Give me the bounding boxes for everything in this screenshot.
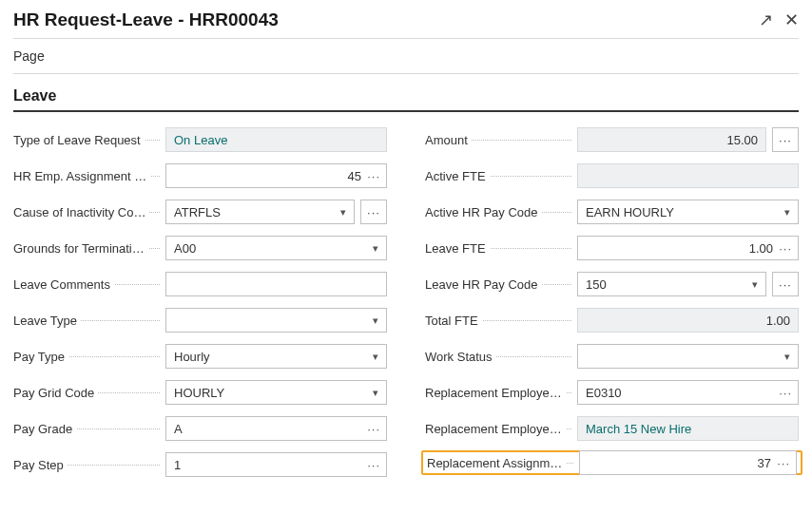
chevron-down-icon: ▾ — [784, 206, 790, 219]
row-pay-type: Pay Type Hourly ▾ — [13, 344, 387, 369]
row-grounds-termination: Grounds for Terminati… A00 ▾ — [13, 236, 387, 260]
row-type-of-leave: Type of Leave Request On Leave — [13, 127, 387, 152]
active-hr-pay-code-value: EARN HOURLY — [586, 205, 674, 219]
row-amount: Amount 15.00 ··· — [425, 127, 799, 152]
row-active-hr-pay-code: Active HR Pay Code EARN HOURLY ▾ — [425, 200, 799, 224]
total-fte-value: 1.00 — [577, 308, 799, 333]
tab-bar: Page — [0, 39, 812, 73]
label-hr-emp-assignment: HR Emp. Assignment … — [13, 169, 150, 183]
pay-grade-value: A — [174, 422, 183, 436]
leave-type-select[interactable]: ▾ — [165, 308, 387, 333]
chevron-down-icon: ▾ — [340, 206, 346, 219]
label-pay-grade: Pay Grade — [13, 422, 76, 436]
pay-step-input[interactable]: 1 ··· — [165, 452, 387, 477]
section-title: Leave — [0, 74, 812, 110]
row-total-fte: Total FTE 1.00 — [425, 308, 799, 333]
lookup-icon[interactable]: ··· — [367, 458, 380, 472]
type-of-leave-value: On Leave — [165, 127, 387, 152]
lookup-icon[interactable]: ··· — [367, 169, 380, 183]
pay-grid-code-select[interactable]: HOURLY ▾ — [165, 380, 387, 405]
leave-fte-input[interactable]: 1.00 ··· — [577, 236, 799, 260]
label-cause-inactivity: Cause of Inactivity Co… — [13, 205, 149, 219]
label-leave-hr-pay-code: Leave HR Pay Code — [425, 277, 542, 292]
label-grounds-termination: Grounds for Terminati… — [13, 241, 148, 256]
row-pay-grade: Pay Grade A ··· — [13, 416, 387, 441]
page-title: HR Request-Leave - HRR00043 — [13, 10, 279, 30]
label-replacement-employee-no: Replacement Employe… — [425, 386, 566, 400]
label-leave-type: Leave Type — [13, 314, 81, 328]
row-replacement-employee-no: Replacement Employe… E0310 ··· — [425, 380, 799, 405]
replacement-employee-name-value: March 15 New Hire — [577, 416, 799, 441]
replacement-assignment-value: 37 — [758, 456, 771, 470]
label-replacement-employee-name: Replacement Employe… — [425, 422, 566, 436]
chevron-down-icon: ▾ — [373, 387, 378, 399]
amount-value: 15.00 — [577, 127, 766, 152]
label-amount: Amount — [425, 133, 472, 147]
label-replacement-assignment: Replacement Assignm… — [427, 456, 566, 470]
leave-comments-input[interactable] — [165, 272, 387, 296]
close-icon[interactable]: ✕ — [784, 11, 799, 29]
leave-hr-pay-code-lookup-button[interactable]: ··· — [772, 272, 799, 296]
active-hr-pay-code-select[interactable]: EARN HOURLY ▾ — [577, 200, 799, 224]
pay-grade-input[interactable]: A ··· — [165, 416, 387, 441]
row-replacement-employee-name: Replacement Employe… March 15 New Hire — [425, 416, 799, 441]
header-actions: ↗ ✕ — [759, 11, 799, 29]
row-hr-emp-assignment: HR Emp. Assignment … 45 ··· — [13, 163, 387, 188]
pay-type-select[interactable]: Hourly ▾ — [165, 344, 387, 369]
pay-type-value: Hourly — [174, 350, 210, 364]
label-active-hr-pay-code: Active HR Pay Code — [425, 205, 542, 219]
form-grid: Type of Leave Request On Leave HR Emp. A… — [0, 127, 812, 477]
row-leave-fte: Leave FTE 1.00 ··· — [425, 236, 799, 260]
row-leave-type: Leave Type ▾ — [13, 308, 387, 333]
section-underline — [13, 110, 799, 112]
lookup-icon[interactable]: ··· — [779, 386, 792, 400]
leave-hr-pay-code-value: 150 — [586, 277, 607, 292]
pay-step-value: 1 — [174, 458, 181, 472]
row-cause-inactivity: Cause of Inactivity Co… ATRFLS ▾ ··· — [13, 200, 387, 224]
cause-inactivity-select[interactable]: ATRFLS ▾ — [165, 200, 355, 224]
expand-icon[interactable]: ↗ — [759, 11, 773, 29]
cause-inactivity-value: ATRFLS — [174, 205, 221, 219]
hr-emp-assignment-input[interactable]: 45 ··· — [165, 163, 387, 188]
grounds-termination-select[interactable]: A00 ▾ — [165, 236, 387, 260]
label-leave-comments: Leave Comments — [13, 277, 114, 292]
grounds-termination-value: A00 — [174, 241, 196, 256]
label-pay-step: Pay Step — [13, 458, 68, 472]
row-pay-grid-code: Pay Grid Code HOURLY ▾ — [13, 380, 387, 405]
label-total-fte: Total FTE — [425, 314, 482, 328]
replacement-employee-no-value: E0310 — [586, 386, 622, 400]
tab-page[interactable]: Page — [13, 48, 45, 64]
replacement-assignment-input[interactable]: 37 ··· — [579, 450, 797, 475]
chevron-down-icon: ▾ — [373, 351, 378, 363]
row-replacement-assignment: Replacement Assignm… 37 ··· — [421, 450, 802, 475]
left-column: Type of Leave Request On Leave HR Emp. A… — [13, 127, 387, 477]
label-pay-type: Pay Type — [13, 350, 68, 364]
hr-emp-assignment-value: 45 — [348, 169, 361, 183]
lookup-icon[interactable]: ··· — [777, 456, 790, 470]
chevron-down-icon: ▾ — [752, 278, 758, 291]
active-fte-value — [577, 163, 799, 188]
row-active-fte: Active FTE — [425, 163, 799, 188]
row-pay-step: Pay Step 1 ··· — [13, 452, 387, 477]
lookup-icon[interactable]: ··· — [779, 241, 792, 256]
leave-hr-pay-code-select[interactable]: 150 ▾ — [577, 272, 766, 296]
replacement-employee-no-input[interactable]: E0310 ··· — [577, 380, 799, 405]
row-leave-hr-pay-code: Leave HR Pay Code 150 ▾ ··· — [425, 272, 799, 296]
amount-lookup-button[interactable]: ··· — [772, 127, 799, 152]
work-status-select[interactable]: ▾ — [577, 344, 799, 369]
label-active-fte: Active FTE — [425, 169, 490, 183]
chevron-down-icon: ▾ — [373, 314, 378, 327]
cause-inactivity-lookup-button[interactable]: ··· — [360, 200, 387, 224]
label-leave-fte: Leave FTE — [425, 241, 490, 256]
label-pay-grid-code: Pay Grid Code — [13, 386, 98, 400]
lookup-icon[interactable]: ··· — [367, 422, 380, 436]
row-work-status: Work Status ▾ — [425, 344, 799, 369]
leave-fte-value: 1.00 — [749, 241, 773, 256]
label-type-of-leave: Type of Leave Request — [13, 133, 145, 147]
right-column: Amount 15.00 ··· Active FTE Active HR Pa… — [425, 127, 799, 477]
row-leave-comments: Leave Comments — [13, 272, 387, 296]
page-header: HR Request-Leave - HRR00043 ↗ ✕ — [0, 0, 812, 38]
chevron-down-icon: ▾ — [373, 242, 378, 255]
chevron-down-icon: ▾ — [784, 351, 790, 363]
pay-grid-code-value: HOURLY — [174, 386, 224, 400]
